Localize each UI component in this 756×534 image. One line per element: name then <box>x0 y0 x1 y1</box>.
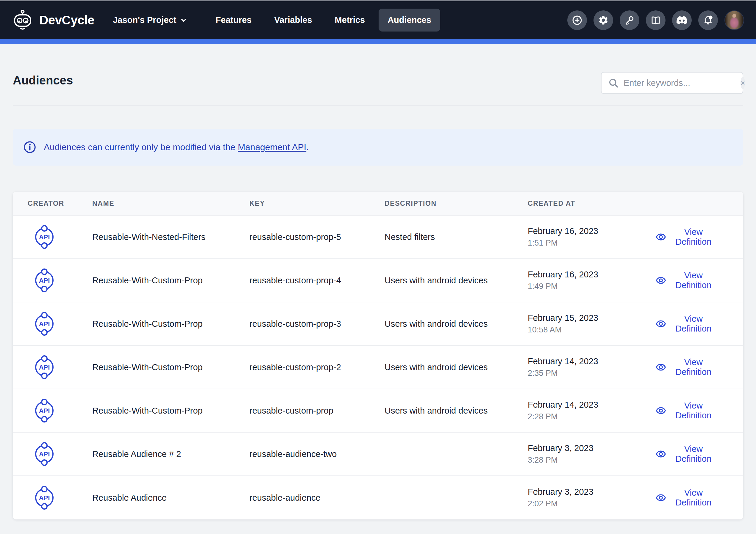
api-badge-label: API <box>39 407 50 415</box>
creator-cell: API <box>13 224 92 250</box>
docs-button[interactable] <box>646 11 665 30</box>
actions-cell: View Definition <box>656 314 743 334</box>
created-at-cell: February 16, 2023 1:51 PM <box>528 226 656 248</box>
audience-description: Users with android devices <box>385 319 528 329</box>
table-row: API Reusable Audience # 2 reusable-audie… <box>13 433 743 476</box>
view-definition-button[interactable]: View Definition <box>656 270 715 290</box>
created-time: 3:28 PM <box>528 455 656 465</box>
column-header-created-at: CREATED AT <box>528 199 656 208</box>
discord-icon <box>677 15 687 26</box>
top-navbar: DevCycle Jason's Project Features Variab… <box>0 1 756 39</box>
created-at-cell: February 3, 2023 2:02 PM <box>528 487 656 508</box>
table-row: API Reusable-With-Custom-Prop reusable-c… <box>13 346 743 389</box>
settings-button[interactable] <box>593 11 613 30</box>
notifications-bell-icon <box>703 15 714 26</box>
created-date: February 3, 2023 <box>528 443 656 453</box>
created-at-cell: February 15, 2023 10:58 AM <box>528 313 656 335</box>
creator-cell: API <box>13 267 92 293</box>
created-date: February 15, 2023 <box>528 313 656 323</box>
created-time: 10:58 AM <box>528 325 656 335</box>
eye-icon <box>656 491 666 505</box>
banner-text-after: . <box>306 142 309 152</box>
column-header-name: NAME <box>92 199 249 208</box>
devcycle-logo[interactable]: DevCycle <box>12 10 94 31</box>
api-badge-label: API <box>39 233 50 241</box>
audience-key: reusable-custom-prop-4 <box>249 276 385 286</box>
created-date: February 3, 2023 <box>528 487 656 497</box>
view-definition-button[interactable]: View Definition <box>656 227 715 247</box>
api-badge-label: API <box>39 494 50 501</box>
created-time: 1:51 PM <box>528 239 656 248</box>
creator-cell: API <box>13 397 92 424</box>
settings-gear-icon <box>598 15 609 26</box>
api-creator-icon: API <box>31 224 57 250</box>
actions-cell: View Definition <box>656 357 743 377</box>
management-api-link[interactable]: Management API <box>238 142 306 152</box>
view-definition-button[interactable]: View Definition <box>656 488 715 508</box>
view-definition-label: View Definition <box>672 357 715 377</box>
banner-text-before: Audiences can currently only be modified… <box>44 142 238 152</box>
eye-icon <box>656 230 666 244</box>
notifications-button[interactable] <box>698 11 718 30</box>
created-date: February 16, 2023 <box>528 226 656 236</box>
api-badge-label: API <box>39 277 50 284</box>
view-definition-label: View Definition <box>672 401 715 420</box>
api-badge-label: API <box>39 364 50 371</box>
api-creator-icon: API <box>31 485 57 511</box>
audience-description: Users with android devices <box>385 276 528 286</box>
created-at-cell: February 14, 2023 2:35 PM <box>528 357 656 378</box>
discord-button[interactable] <box>672 11 692 30</box>
creator-cell: API <box>13 485 92 511</box>
view-definition-button[interactable]: View Definition <box>656 444 715 464</box>
add-button[interactable] <box>567 11 587 30</box>
tab-metrics[interactable]: Metrics <box>326 9 374 32</box>
page-header: Audiences × <box>13 44 743 106</box>
created-time: 2:02 PM <box>528 499 656 508</box>
project-selector[interactable]: Jason's Project <box>113 15 187 25</box>
api-keys-button[interactable] <box>620 11 639 30</box>
created-date: February 16, 2023 <box>528 270 656 279</box>
actions-cell: View Definition <box>656 444 743 464</box>
search-input[interactable] <box>624 78 736 88</box>
eye-icon <box>656 447 666 461</box>
view-definition-button[interactable]: View Definition <box>656 314 715 334</box>
add-icon <box>572 15 582 26</box>
view-definition-button[interactable]: View Definition <box>656 401 715 420</box>
table-row: API Reusable-With-Nested-Filters reusabl… <box>13 216 743 259</box>
created-time: 1:49 PM <box>528 282 656 291</box>
eye-icon <box>656 273 666 287</box>
table-row: API Reusable-With-Custom-Prop reusable-c… <box>13 302 743 346</box>
brand-wordmark: DevCycle <box>39 13 94 27</box>
api-creator-icon: API <box>31 397 57 424</box>
user-avatar[interactable] <box>724 11 744 30</box>
table-header-row: CREATOR NAME KEY DESCRIPTION CREATED AT <box>13 192 743 216</box>
audience-key: reusable-custom-prop-3 <box>249 319 385 329</box>
eye-icon <box>656 360 666 374</box>
actions-cell: View Definition <box>656 270 743 290</box>
search-icon <box>608 78 619 88</box>
notification-badge <box>709 15 713 19</box>
chevron-down-icon <box>180 16 187 24</box>
creator-cell: API <box>13 311 92 337</box>
tab-features[interactable]: Features <box>206 9 260 32</box>
audience-name: Reusable-With-Nested-Filters <box>92 232 249 242</box>
table-body: API Reusable-With-Nested-Filters reusabl… <box>13 216 743 520</box>
audiences-table: CREATOR NAME KEY DESCRIPTION CREATED AT … <box>13 192 743 520</box>
creator-cell: API <box>13 441 92 467</box>
created-time: 2:28 PM <box>528 412 656 421</box>
search-clear-button[interactable]: × <box>741 77 745 89</box>
tab-variables[interactable]: Variables <box>265 9 321 32</box>
audience-description: Users with android devices <box>385 363 528 372</box>
column-header-creator: CREATOR <box>13 199 92 208</box>
audience-description: Nested filters <box>385 232 528 242</box>
tab-audiences[interactable]: Audiences <box>379 9 440 32</box>
eye-icon <box>656 404 666 418</box>
api-creator-icon: API <box>31 441 57 467</box>
main-nav-tabs: Features Variables Metrics Audiences <box>206 9 440 32</box>
created-at-cell: February 3, 2023 3:28 PM <box>528 443 656 465</box>
view-definition-label: View Definition <box>672 444 715 464</box>
docs-book-icon <box>650 15 661 26</box>
view-definition-button[interactable]: View Definition <box>656 357 715 377</box>
view-definition-label: View Definition <box>672 227 715 247</box>
navbar-actions <box>567 11 744 30</box>
